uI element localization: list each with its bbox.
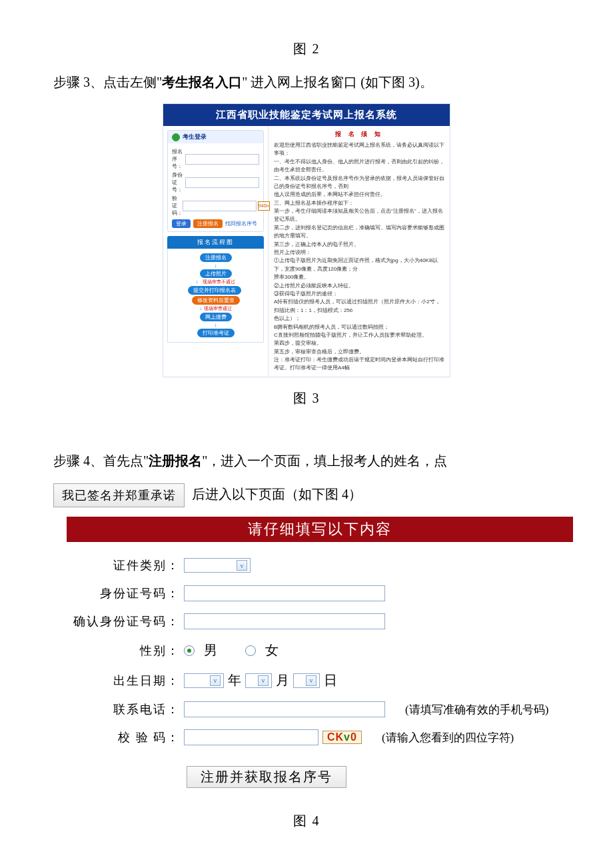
row-id-confirm: 确认身份证号码： [67, 607, 573, 635]
label-seq: 报名序号： [172, 148, 185, 170]
form-title-bar: 请仔细填写以下内容 [67, 517, 573, 542]
notice-l5: 第二步，进到报名登记页的信息栏，准确填写。填写内容要求能够形成图的地方需填写。 [274, 224, 444, 241]
row-captcha: 校 验 码： CKv0 (请输入您看到的四位字符) [67, 723, 573, 751]
captcha-image: CKv0 [322, 731, 362, 744]
select-cert-type[interactable]: v [184, 558, 251, 573]
submit-button[interactable]: 注册并获取报名序号 [187, 766, 346, 788]
step4-post: "，进入一个页面，填上报考人的姓名，点 [202, 453, 447, 468]
recover-link[interactable]: 找回报名序号 [225, 220, 257, 227]
register-button[interactable]: 注册报名 [193, 219, 223, 228]
chevron-down-icon: v [210, 675, 221, 686]
radio-female[interactable] [245, 645, 256, 656]
cap-b: v [344, 731, 350, 743]
step3-bold: 考生报名入口 [162, 75, 242, 89]
step4-pre: 步骤 4、首先点" [53, 453, 149, 468]
label-id-number: 身份证号码： [67, 585, 184, 601]
registration-form: 请仔细填写以下内容 证件类别： v 身份证号码： 确认身份证号码： 性别： 男 … [67, 517, 573, 795]
label-code: 验 证 码： [172, 195, 183, 217]
figure-3-caption: 图 3 [53, 389, 560, 407]
suffix-day: 日 [324, 671, 337, 689]
row-id: 身份证号码： [67, 579, 573, 607]
row-cert-type: 证件类别： v [67, 551, 573, 579]
notice-l3: 三、网上报名基本操作程序如下： [274, 199, 444, 207]
select-month[interactable]: v [245, 673, 272, 688]
notice-l2: 二、本系统以身份证号及报名序号作为登录的依据，报考人员请保管好自己的身份证号和报… [274, 175, 444, 191]
notice-l4: 第一步，考生仔细阅读本须知及相关公告后，点击"注册报名"，进入报名登记系统。 [274, 207, 444, 224]
input-phone[interactable] [184, 701, 385, 717]
notice-l15: 第五步，审核审查合格后，立即缴费。 [274, 348, 444, 356]
label-birth: 出生日期： [67, 673, 184, 689]
chevron-down-icon: v [237, 560, 247, 571]
promise-button[interactable]: 我已签名并郑重承诺 [53, 483, 185, 507]
registration-system-screenshot: 江西省职业技能鉴定考试网上报名系统 考生登录 报名序号： 身份证号： 验 证 码… [163, 103, 450, 377]
notice-l11b: 色以上）； [274, 315, 444, 323]
step4-bold: 注册报名 [149, 453, 202, 468]
step-4-line1: 步骤 4、首先点"注册报名"，进入一个页面，填上报考人的姓名，点 [53, 449, 560, 473]
arrow-down-icon: ↓ [215, 263, 217, 269]
input-id-number[interactable] [184, 585, 385, 601]
step4-after-btn: 后进入以下页面（如下图 4） [192, 487, 362, 501]
label-captcha: 校 验 码： [67, 729, 184, 745]
input-seq[interactable] [185, 154, 259, 165]
step-4-line2: 我已签名并郑重承诺 后进入以下页面（如下图 4） [53, 482, 560, 508]
row-phone: 联系电话： (请填写准确有效的手机号码) [67, 695, 573, 723]
flow-panel: 报名流程图 注册报名 ↓ 上传照片 ↓ 现场审查不通过 提交并打印报名表 修改资… [167, 236, 264, 343]
flow-title: 报名流程图 [167, 236, 264, 249]
notice-l8b: 辨率300像素。 [274, 273, 444, 281]
notice-title: 报 名 须 知 [274, 130, 444, 139]
login-title: 考生登录 [183, 133, 207, 141]
chevron-down-icon: v [306, 675, 316, 686]
select-year[interactable]: v [184, 673, 224, 688]
label-gender: 性别： [67, 643, 184, 659]
figure-4-caption: 图 4 [53, 812, 560, 830]
captcha-mini: 940n [258, 201, 270, 211]
notice-l8: ①上传电子版照片为近期免冠正面证件照，格式为jpg，大小为40KB以下，宽度90… [274, 257, 444, 273]
flow-warn2: 现场审查通过 [204, 306, 232, 311]
cap-c: 0 [350, 731, 357, 743]
radio-male[interactable] [184, 645, 195, 656]
input-captcha[interactable] [184, 729, 318, 745]
arrow-down-icon: ↓ [215, 322, 217, 328]
system-banner: 江西省职业技能鉴定考试网上报名系统 [163, 104, 450, 126]
notice-l1: 一、考生不得以他人身份、他人的照片进行报考，否则由此引起的纠纷，由考生承担全部责… [274, 158, 444, 175]
notice-l14: 第四步，提交审核。 [274, 339, 444, 347]
flow-step-modify: 修改资料后重查 [192, 296, 240, 305]
notice-l12: B拥有数码相机的报考人员，可以通过数码拍照； [274, 323, 444, 331]
label-male: 男 [204, 641, 217, 659]
input-code[interactable] [183, 201, 257, 211]
row-gender: 性别： 男 女 [67, 635, 573, 665]
arrow-down-icon: ↓ [199, 305, 202, 311]
label-phone: 联系电话： [67, 701, 184, 717]
flow-step-print: 打印准考证 [197, 329, 235, 337]
flow-warn1: 现场审查不通过 [203, 279, 235, 284]
notice-panel: 报 名 须 知 欢迎您使用江西省职业技能鉴定考试网上报名系统，请务必认真阅读以下… [269, 126, 450, 377]
notice-l16: 注：准考证打印：考生缴费成功后请于规定时间内登录本网站自行打印准考证。打印准考证… [274, 356, 444, 373]
flow-step-upload: 上传照片 [200, 269, 232, 278]
input-id[interactable] [185, 177, 259, 188]
label-cert-type: 证件类别： [67, 557, 184, 573]
chevron-down-icon: v [258, 675, 269, 686]
figure-2-caption: 图 2 [53, 40, 560, 58]
label-female: 女 [265, 641, 279, 659]
hint-phone: (请填写准确有效的手机号码) [405, 702, 548, 717]
flow-step-register: 注册报名 [200, 253, 232, 262]
step-3-text: 步骤 3、点击左侧"考生报名入口" 进入网上报名窗口 (如下图 3)。 [53, 70, 560, 94]
label-id: 身份证号： [172, 171, 185, 193]
cap-a: CK [327, 731, 344, 743]
select-day[interactable]: v [293, 673, 320, 688]
label-id-confirm: 确认身份证号码： [67, 613, 184, 629]
notice-l9: ②上传照片必须能反映本人特征。 [274, 282, 444, 290]
step3-post: " 进入网上报名窗口 (如下图 3)。 [242, 75, 432, 89]
suffix-year: 年 [228, 671, 241, 689]
input-id-confirm[interactable] [184, 613, 385, 629]
hint-captcha: (请输入您看到的四位字符) [382, 730, 514, 745]
flow-step-submit: 提交并打印报名表 [188, 286, 241, 295]
notice-l13: C直接到照相馆拍摄电子版照片，并让工作人员按要求帮助处理。 [274, 331, 444, 339]
notice-l6: 第三步，正确上传本人的电子照片。 [274, 241, 444, 249]
notice-l0: 欢迎您使用江西省职业技能鉴定考试网上报名系统，请务必认真阅读以下事项： [274, 141, 444, 158]
notice-l2b: 他人误用造成的后果，本网站不承担任何责任。 [274, 191, 444, 199]
notice-l7: 照片上传说明： [274, 249, 444, 257]
login-panel: 考生登录 报名序号： 身份证号： 验 证 码：940n 登录 注册报名 找回报名… [167, 130, 264, 232]
login-button[interactable]: 登录 [172, 219, 191, 228]
flow-step-pay: 网上缴费 [200, 313, 232, 321]
